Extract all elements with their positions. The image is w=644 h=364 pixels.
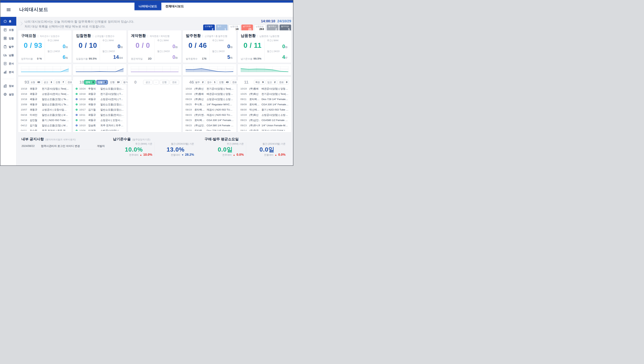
- sidebar-item-document[interactable]: 문서: [0, 59, 16, 68]
- sidebar-item-delivery-truck[interactable]: 납품: [0, 51, 16, 59]
- filter-chip-outline[interactable]: 요청83: [29, 80, 41, 84]
- sidebar-item-label: 입찰: [9, 37, 14, 40]
- tab-my-dashboard[interactable]: 나의대시보드: [134, 3, 161, 10]
- kpi-card-body: 0 / 46발주품목수176주간 | W440/0월간 | 24/105/5: [186, 39, 233, 61]
- list-item[interactable]: 10/19(주)통해배관공사(양청) | 양청 Test 공사: [240, 86, 289, 91]
- filter-chip-muted[interactable]: 공고: [143, 80, 152, 84]
- list-item-name: 정승희: [88, 124, 99, 127]
- sidebar-item-settings-gear[interactable]: 설정: [0, 90, 16, 99]
- list-item-date: 10/11: [79, 113, 87, 116]
- kpi-card-5[interactable]: 납품현황|납품완료 / 납품진행0 / 11납기준수율99.5%주간 | W44…: [238, 30, 291, 63]
- list-item[interactable]: 10/24주형석일반소모품(오창) | TS-510-…: [75, 86, 124, 91]
- kpi-card-1[interactable]: 구매요청|처리건수 / 요청건수0 / 93업무처리율0 %주간 | W440/…: [18, 30, 72, 63]
- kpi-monthly-count: 5: [227, 54, 230, 60]
- menu-icon[interactable]: [6, 7, 11, 12]
- list-item[interactable]: 08/15(주)이엔…재검사 | N20 ISO TUBE Neck …: [185, 112, 234, 118]
- list-item[interactable]: 09/19(주)화신소방공사(양청) | 소방 작동기능…: [185, 97, 234, 102]
- list-item-name: 곽동규: [30, 103, 40, 106]
- list-item-name: 곽동규: [88, 98, 99, 101]
- work-list-chips: 확정9입고2완료0: [254, 80, 289, 84]
- status-badge-label: 발주마감: [281, 25, 290, 27]
- list-item[interactable]: 10/18곽동규소방공사(전의) | Test(10/1…: [75, 97, 124, 102]
- sidebar-item-bid-calculator[interactable]: 입찰: [0, 34, 16, 43]
- kpi-card-3[interactable]: 계약현황|계약완료 / 계약진행0 / 0평균계약일2D주간 | W440/0월…: [128, 30, 181, 63]
- kpi-metric-value: 99.5%: [89, 57, 97, 60]
- filter-chip-outline[interactable]: 공고3: [42, 80, 54, 84]
- list-item[interactable]: 09/23(주)유니락1/4" Union Female-Male VC…: [240, 123, 289, 128]
- work-list-header: 93요청83공고3진행7완료0: [20, 80, 69, 85]
- list-item[interactable]: 08/19로타렉…재검사 | N20 ISO TUBE用 Pn…: [185, 107, 234, 112]
- list-item-name: 곽동규: [88, 119, 99, 122]
- kpi-card-2[interactable]: 입찰현황|신규입찰 / 진행건수0 / 10입찰참가율99.5%주간 | W44…: [73, 30, 126, 63]
- filter-chip-outline[interactable]: 완료0: [278, 80, 289, 84]
- list-item[interactable]: 08/15로타렉…CGA 330 1/4" Female VCR | -…: [185, 118, 234, 123]
- list-item[interactable]: 09/09로타렉…CGA 330 1/4" Female VCR | -…: [240, 102, 289, 107]
- list-item[interactable]: 10/19(주)화신소방공사(양청) | 소방 작동기능…: [240, 112, 289, 118]
- list-item[interactable]: 10/10정승희외주 전처리 | 외주 전처리(리…: [75, 123, 124, 128]
- list-item[interactable]: 10/18곽동규소방공사(전의) | Test(10/18)-…: [20, 91, 70, 97]
- list-item[interactable]: 08/15(주)삼인…CGA 580 1/4 Female VCR | - …: [185, 123, 234, 128]
- list-item[interactable]: 10/17김기철일반소모품(오창) | M20V P…: [75, 107, 124, 112]
- sidebar-item-order-clipboard[interactable]: 발주: [0, 43, 16, 51]
- list-item[interactable]: 10/18(주)화신전기공사(양청) | Test(10/18)-…: [185, 86, 234, 91]
- list-item[interactable]: 04/12김기철일반소모품(오창) | M20V PP2-…: [20, 123, 70, 128]
- list-item-date: 09/23: [240, 119, 248, 122]
- notice-item[interactable]: 2024/08/22협력사관리자 로그인 아이디 변경개발자: [22, 144, 105, 150]
- filter-chip-outline[interactable]: 진행7: [54, 80, 66, 84]
- list-item[interactable]: 08/14(주)한국…재검사 | CO2 TANK LORRY 재…: [240, 128, 289, 131]
- filter-chip-label: -: [156, 81, 156, 84]
- tab-all-dashboard[interactable]: 전체대시보드: [161, 3, 188, 10]
- kpi-monthly-count: 0: [172, 54, 175, 60]
- delivery-rate-monthly-compare: 전월대비▼28.2%: [157, 153, 194, 157]
- kpi-weekly-count: 0: [227, 44, 230, 49]
- list-item-description: 일반소모품(오창) | M20V P…: [100, 108, 124, 111]
- list-item-description: 외주 전처리 | 외주 전처리(리드…: [42, 129, 69, 131]
- kpi-monthly-label: 월간 | 24/10: [267, 50, 288, 53]
- list-item[interactable]: 10/11곽동규소방공사 | 오창사업장 소방…: [75, 118, 124, 123]
- delta-up-triangle-icon: ▲: [275, 154, 277, 156]
- list-item[interactable]: 10/18곽동규전기공사(양청) | Test(10/1…: [75, 91, 124, 97]
- list-item[interactable]: 09/23(주)삼인…CGA580 1/2 Female VCR | - …: [240, 118, 289, 123]
- kpi-metric-label: 발주품목수: [186, 57, 198, 61]
- list-item-description: CGA 580 1/4 Female VCR | - …: [206, 124, 234, 127]
- list-item[interactable]: 08/25주식회…1/4" Regulator M/VCR 3000/…: [185, 102, 234, 107]
- sidebar-item-company-building[interactable]: 정보: [0, 82, 16, 90]
- list-item[interactable]: 04/11정승희외주 전처리 | 외주 전처리(리드…: [20, 128, 70, 131]
- list-item[interactable]: 10/11곽동규일반소모품(전의) | Test 用 …: [75, 112, 124, 118]
- sidebar-item-home[interactable]: 홈: [0, 17, 16, 26]
- sparkline-chart: [186, 66, 234, 72]
- sidebar-item-analysis-chart[interactable]: 분석: [0, 68, 16, 76]
- list-item[interactable]: 04/18김민철용기 | N2O ISO Tube 2대 (Ta…: [20, 118, 70, 123]
- kpi-card-4[interactable]: 발주현황|신규발주 / 총 발주진행0 / 46발주품목수176주간 | W44…: [183, 30, 236, 63]
- list-item[interactable]: 10/25(주)화신전기공사(양청) | Test(10/18)-…: [240, 91, 289, 97]
- filter-chip-outline[interactable]: 접수1: [206, 80, 217, 84]
- list-item[interactable]: 10/07곽동규소방공사 | 오창사업장 소방공…: [20, 107, 70, 112]
- list-item[interactable]: 09/11로타렉…Diss 728 1/4" Female VCR | -…: [240, 97, 289, 102]
- filter-chip-value: 9: [261, 81, 264, 84]
- filter-chip-muted[interactable]: 완료: [170, 80, 179, 84]
- list-item[interactable]: 10/08곽동규일반소모품(전의) | Test 用 Val…: [20, 102, 70, 107]
- filter-chip-muted[interactable]: 진행: [160, 80, 169, 84]
- filter-chip-blue[interactable]: 입찰4: [96, 80, 108, 84]
- list-item[interactable]: 04/16이세민일반소모품(오창) | 3/4" Air Be…: [20, 112, 70, 118]
- list-item[interactable]: 10/08이연형소방공사(양청) | 소화전 도…: [75, 128, 124, 131]
- list-item-name: (주)한국…: [250, 129, 260, 131]
- list-item[interactable]: 10/18곽동규전기공사(양청) | Test(10/18)-…: [20, 86, 70, 91]
- sidebar-item-request-notebook[interactable]: 요청: [0, 26, 16, 34]
- list-item-description: CGA580 1/2 Female VCR | - …: [262, 119, 288, 122]
- filter-chip-outline[interactable]: 확정9: [254, 80, 265, 84]
- avg-days-weekly-compare: 전주대비▲0.0%: [207, 153, 244, 157]
- filter-chip-outline[interactable]: 입고2: [266, 80, 277, 84]
- list-item[interactable]: 08/30덕산에…용기 | N2O ISO Tube 2대 (Ta…: [240, 107, 289, 112]
- list-item[interactable]: 10/18곽동규일반소모품(오창) | Test(10/18…: [20, 97, 70, 102]
- list-item[interactable]: 10/18곽동규일반소모품(오창) | Test(10/…: [75, 102, 124, 107]
- list-item-date: 08/30: [240, 108, 248, 111]
- filter-chip-outline[interactable]: 발주2: [194, 80, 205, 84]
- list-item[interactable]: 10/16(주)통해배관공사(양청) | 양청 Test 공사: [185, 91, 234, 97]
- filter-chip-outline[interactable]: 진행10: [108, 80, 121, 84]
- filter-chip-outline[interactable]: 진행43: [218, 80, 230, 84]
- filter-chip-green[interactable]: 견적6: [84, 80, 96, 84]
- list-item[interactable]: 08/15로타렉…Diss 728 1/4" Female VCR | -…: [185, 128, 234, 131]
- filter-chip-muted[interactable]: -: [153, 80, 159, 84]
- list-item-name: 로타렉…: [194, 129, 205, 131]
